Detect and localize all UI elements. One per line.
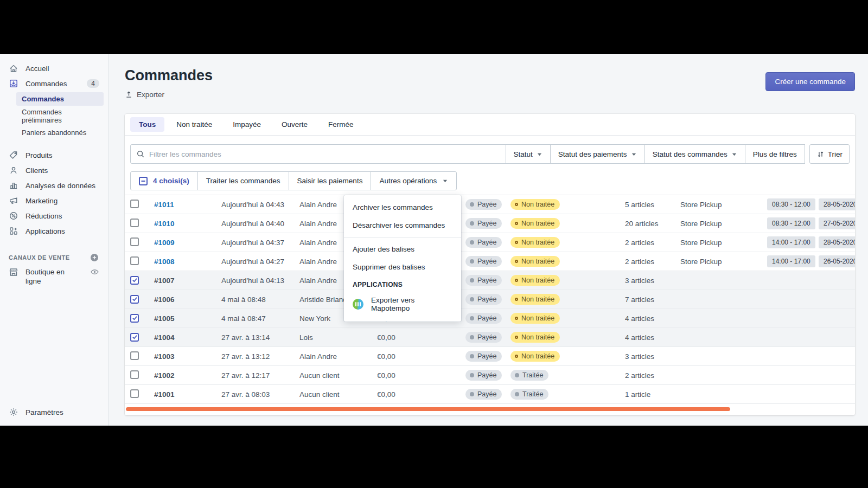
- sidebar-item-settings[interactable]: Paramètres: [0, 402, 108, 426]
- gear-icon: [9, 407, 18, 417]
- sidebar-item-apps[interactable]: Applications: [0, 223, 108, 239]
- payment-status-badge: Payée: [465, 313, 502, 324]
- fulfillment-status-badge: Non traitée: [510, 351, 560, 362]
- row-checkbox[interactable]: [130, 351, 139, 360]
- sidebar-item-orders[interactable]: Commandes 4: [0, 76, 108, 91]
- table-row[interactable]: #1001 27 avr. à 08:03 Aucun client €0,00…: [125, 385, 855, 404]
- table-row[interactable]: #1006 4 mai à 08:48 Aristide Briand €0,0…: [125, 290, 855, 309]
- order-number-link[interactable]: #1010: [154, 220, 221, 228]
- table-row[interactable]: #1011 Aujourd'hui à 04:43 Alain Andre €0…: [125, 195, 855, 214]
- row-checkbox[interactable]: [130, 276, 139, 285]
- table-row[interactable]: #1002 27 avr. à 12:17 Aucun client €0,00…: [125, 366, 855, 385]
- more-actions-button[interactable]: Autres opérations: [371, 172, 456, 190]
- tab-non-traitee[interactable]: Non traitée: [168, 117, 221, 132]
- status-dot: [470, 202, 474, 207]
- menu-item-remove-tags[interactable]: Supprimer des balises: [344, 258, 461, 276]
- order-date: 27 avr. à 08:03: [221, 390, 299, 399]
- tab-fermee[interactable]: Fermée: [320, 117, 362, 132]
- order-number-link[interactable]: #1001: [154, 390, 221, 399]
- order-date: Aujourd'hui à 04:13: [221, 277, 299, 285]
- menu-item-export-mapotempo[interactable]: Exporter vers Mapotempo: [344, 291, 461, 318]
- order-delivery-method: Store Pickup: [680, 201, 767, 209]
- table-row[interactable]: #1004 27 avr. à 13:14 Lois €0,00 Payée N…: [125, 328, 855, 347]
- create-order-button[interactable]: Créer une commande: [765, 72, 855, 91]
- payment-status-badge: Payée: [465, 370, 502, 381]
- menu-item-unarchive[interactable]: Désarchiver les commandes: [344, 216, 461, 234]
- menu-item-add-tags[interactable]: Ajouter des balises: [344, 240, 461, 258]
- order-number-link[interactable]: #1003: [154, 352, 221, 361]
- order-number-link[interactable]: #1007: [154, 277, 221, 285]
- row-checkbox[interactable]: [130, 314, 139, 323]
- sort-button[interactable]: Trier: [809, 144, 850, 164]
- table-row[interactable]: #1010 Aujourd'hui à 04:40 Alain Andre €0…: [125, 214, 855, 233]
- row-checkbox[interactable]: [130, 256, 139, 265]
- order-status-filter-button[interactable]: Statut des commandes: [644, 144, 745, 164]
- more-filters-button[interactable]: Plus de filtres: [745, 144, 805, 164]
- payment-status-badge: Payée: [465, 351, 502, 362]
- row-checkbox[interactable]: [130, 219, 139, 227]
- fulfill-orders-button[interactable]: Traiter les commandes: [197, 172, 289, 190]
- row-checkbox[interactable]: [130, 389, 139, 398]
- search-box: [130, 144, 506, 164]
- view-store-icon[interactable]: [90, 267, 99, 277]
- sidebar-item-marketing[interactable]: Marketing: [0, 193, 108, 208]
- orders-subnav: Commandes Commandes préliminaires Panier…: [16, 92, 104, 139]
- table-row[interactable]: #1005 4 mai à 08:47 New York €0,00 Payée…: [125, 309, 855, 328]
- sidebar-item-analytics[interactable]: Analyses de données: [0, 178, 108, 193]
- export-button[interactable]: Exporter: [125, 91, 213, 99]
- orders-icon: [9, 79, 18, 88]
- scrollbar-thumb[interactable]: [126, 407, 730, 411]
- sidebar-item-customers[interactable]: Clients: [0, 163, 108, 178]
- order-total: €0,00: [377, 390, 465, 399]
- tab-impayee[interactable]: Impayée: [224, 117, 270, 132]
- status-dot: [515, 298, 518, 301]
- status-dot: [470, 221, 474, 226]
- order-date: 27 avr. à 12:17: [221, 371, 299, 380]
- fulfillment-status-badge: Non traitée: [510, 218, 560, 229]
- row-checkbox[interactable]: [130, 200, 139, 208]
- sidebar-item-orders-sub[interactable]: Commandes: [16, 92, 104, 106]
- order-number-link[interactable]: #1011: [154, 201, 221, 209]
- payment-status-filter-button[interactable]: Statut des paiements: [550, 144, 645, 164]
- capture-payments-button[interactable]: Saisir les paiements: [289, 172, 371, 190]
- table-row[interactable]: #1008 Aujourd'hui à 04:27 Alain Andre €0…: [125, 252, 855, 271]
- status-dot: [515, 279, 518, 282]
- menu-item-archive[interactable]: Archiver les commandes: [344, 198, 461, 216]
- order-items-count: 4 articles: [616, 333, 680, 342]
- tab-ouverte[interactable]: Ouverte: [273, 117, 316, 132]
- table-row[interactable]: #1007 Aujourd'hui à 04:13 Alain Andre €0…: [125, 271, 855, 290]
- page-header: Commandes Exporter Créer une commande: [125, 67, 855, 114]
- search-input[interactable]: [149, 150, 500, 158]
- sidebar-item-online-store[interactable]: Boutique en ligne: [0, 265, 108, 288]
- order-number-link[interactable]: #1009: [154, 239, 221, 247]
- order-number-link[interactable]: #1005: [154, 314, 221, 323]
- table-row[interactable]: #1009 Aujourd'hui à 04:37 Alain Andre €0…: [125, 233, 855, 252]
- status-filter-button[interactable]: Statut: [506, 144, 551, 164]
- horizontal-scrollbar[interactable]: [125, 404, 855, 415]
- sidebar-item-label: Marketing: [25, 197, 58, 205]
- status-dot: [470, 316, 474, 320]
- sidebar-item-products[interactable]: Produits: [0, 147, 108, 163]
- add-channel-icon[interactable]: [90, 253, 99, 262]
- order-items-count: 2 articles: [616, 239, 680, 247]
- select-all-checkbox[interactable]: [139, 177, 148, 185]
- row-checkbox[interactable]: [130, 237, 139, 246]
- row-checkbox[interactable]: [130, 295, 139, 304]
- sidebar-item-label: Boutique en ligne: [25, 267, 78, 286]
- order-number-link[interactable]: #1004: [154, 333, 221, 342]
- tab-tous[interactable]: Tous: [130, 117, 164, 132]
- sidebar-item-draft-orders[interactable]: Commandes préliminaires: [16, 106, 104, 126]
- sidebar-item-home[interactable]: Accueil: [0, 61, 108, 76]
- chevron-down-icon: [631, 151, 637, 157]
- order-number-link[interactable]: #1002: [154, 371, 221, 380]
- sidebar-item-abandoned-carts[interactable]: Paniers abandonnés: [16, 126, 104, 139]
- sidebar-item-discounts[interactable]: Réductions: [0, 208, 108, 223]
- selected-count[interactable]: 4 choisi(s): [131, 172, 197, 190]
- order-date: 27 avr. à 13:14: [221, 333, 299, 342]
- order-number-link[interactable]: #1008: [154, 258, 221, 266]
- order-items-count: 5 articles: [616, 201, 680, 209]
- table-row[interactable]: #1003 27 avr. à 13:12 Alain Andre €0,00 …: [125, 347, 855, 366]
- row-checkbox[interactable]: [130, 333, 139, 342]
- order-number-link[interactable]: #1006: [154, 296, 221, 304]
- row-checkbox[interactable]: [130, 370, 139, 379]
